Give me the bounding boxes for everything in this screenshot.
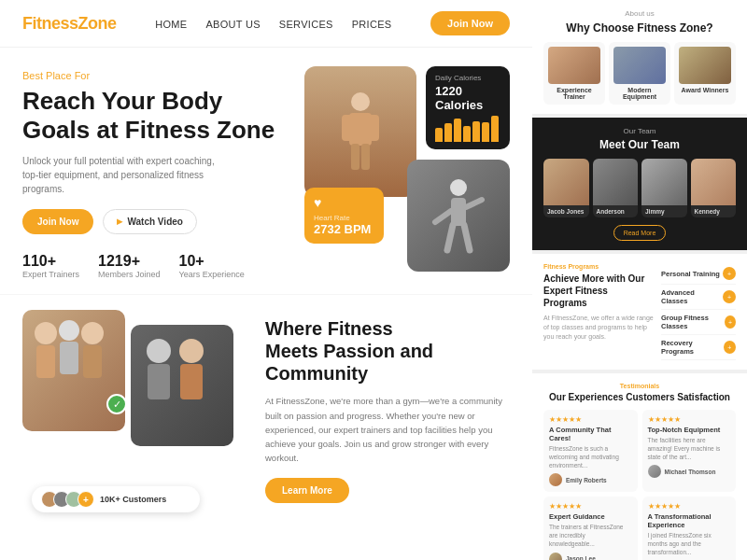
why-card-title-2: Modern Equipment	[613, 87, 666, 100]
hero-section: Best Place For Reach Your Body Goals at …	[0, 48, 532, 294]
learn-more-button[interactable]: Learn More	[265, 478, 349, 503]
review-category-4: A Transformational Experience	[648, 512, 731, 529]
svg-rect-5	[361, 144, 370, 170]
program-arrow-3[interactable]: +	[725, 315, 736, 329]
review-category-2: Top-Notch Equipment	[648, 426, 731, 434]
team-section-label: Our Team	[543, 127, 736, 135]
yoga-person-image	[407, 160, 510, 272]
stars-1: ★★★★★	[549, 415, 632, 424]
calories-chart	[435, 116, 500, 142]
bar-1	[435, 128, 443, 142]
hero-images: Daily Calories 1220 Calories	[304, 66, 510, 272]
yoga-person-icon	[430, 174, 486, 258]
review-author-1: Emily Roberts	[549, 473, 632, 486]
community-image-2	[131, 325, 233, 446]
heart-rate-card: ♥ Heart Rate 2732 BPM	[304, 188, 384, 244]
svg-rect-15	[60, 342, 78, 374]
svg-line-9	[466, 200, 482, 207]
program-arrow-4[interactable]: +	[724, 341, 736, 354]
svg-point-6	[450, 179, 467, 196]
nav-services[interactable]: SERVICES	[279, 19, 333, 30]
team-cards: Jacob Jones Anderson Jimmy Kennedy	[543, 159, 736, 217]
review-avatar-3	[549, 553, 562, 560]
svg-rect-13	[36, 345, 55, 378]
community-section: ✓ + 10K+ Customers	[0, 294, 532, 518]
team-name-1: Jacob Jones	[543, 205, 589, 217]
why-card-img-3	[679, 47, 731, 84]
review-card-4: ★★★★★ A Transformational Experience I jo…	[642, 497, 737, 560]
svg-point-20	[179, 339, 204, 363]
review-card-3: ★★★★★ Expert Guidance The trainers at Fi…	[543, 497, 638, 560]
gym-person-image	[304, 66, 416, 197]
team-image-1	[22, 310, 125, 431]
stars-4: ★★★★★	[648, 502, 731, 511]
avatar-add: +	[78, 491, 94, 508]
program-arrow-2[interactable]: +	[723, 290, 736, 303]
review-text-2: The facilities here are amazing! Every m…	[648, 436, 731, 461]
review-text-3: The trainers at FitnessZone are incredib…	[549, 523, 632, 548]
why-card-3: Award Winners	[674, 42, 736, 105]
why-card-title-1: Experience Trainer	[548, 87, 600, 100]
meet-team-section: Our Team Meet Our Team Jacob Jones Ander…	[532, 118, 747, 250]
review-avatar-2	[648, 465, 661, 478]
programs-description: At FitnessZone, we offer a wide range of…	[543, 314, 654, 341]
svg-rect-3	[368, 115, 379, 141]
gym-group-icon	[131, 325, 224, 437]
community-image-1	[22, 310, 125, 431]
review-author-2: Michael Thomson	[648, 465, 731, 478]
bar-4	[463, 126, 471, 142]
svg-point-14	[59, 320, 79, 341]
hero-join-button[interactable]: Join Now	[22, 209, 93, 234]
stat-trainers: 110+ Expert Trainers	[22, 253, 79, 279]
read-more-button[interactable]: Read More	[613, 225, 667, 241]
hero-content: Best Place For Reach Your Body Goals at …	[22, 66, 289, 279]
testimonials-tag: Testimonials	[543, 383, 736, 389]
program-item-2: Advanced Classes +	[661, 285, 736, 310]
svg-rect-4	[351, 144, 359, 170]
review-card-2: ★★★★★ Top-Notch Equipment The facilities…	[642, 410, 737, 492]
team-group-icon	[22, 310, 116, 422]
svg-point-18	[147, 339, 171, 363]
bar-5	[472, 121, 480, 142]
svg-line-10	[447, 225, 453, 250]
bar-7	[491, 116, 499, 142]
svg-point-0	[351, 92, 370, 111]
why-choose-label: About us	[543, 9, 736, 18]
programs-left: Fitness Programs Achieve More with Our E…	[543, 263, 654, 360]
programs-section: Fitness Programs Achieve More with Our E…	[532, 254, 747, 370]
nav-home[interactable]: HOME	[155, 19, 187, 30]
team-card-3: Jimmy	[641, 159, 687, 217]
stars-3: ★★★★★	[549, 502, 632, 511]
review-avatar-1	[549, 473, 562, 486]
why-card-2: Modern Equipment	[609, 42, 670, 105]
team-img-1	[543, 159, 589, 205]
review-text-1: FitnessZone is such a welcoming and moti…	[549, 444, 632, 469]
team-img-4	[691, 159, 737, 205]
community-images: ✓ + 10K+ Customers	[22, 310, 247, 503]
nav-about[interactable]: ABOUT US	[205, 19, 260, 30]
stat-members: 1219+ Members Joined	[98, 253, 161, 279]
team-card-1: Jacob Jones	[543, 159, 589, 217]
navbar-join-button[interactable]: Join Now	[430, 11, 510, 35]
hero-watch-button[interactable]: Watch Video	[103, 209, 196, 234]
svg-line-11	[464, 225, 470, 250]
bar-3	[454, 119, 461, 142]
programs-tag: Fitness Programs	[543, 263, 654, 270]
svg-rect-17	[83, 345, 102, 378]
navbar: FitnessZone HOME ABOUT US SERVICES PRICE…	[0, 0, 532, 48]
program-item-4: Recovery Programs +	[661, 335, 736, 360]
stat-experience: 10+ Years Experience	[179, 253, 245, 279]
logo: FitnessZone	[22, 14, 117, 34]
why-card-img-2	[613, 47, 666, 84]
review-card-1: ★★★★★ A Community That Cares! FitnessZon…	[543, 410, 638, 492]
svg-rect-2	[342, 115, 353, 141]
review-author-3: Jason Lee	[549, 553, 632, 560]
testimonials-title: Our Experiences Customers Satisfaction	[543, 392, 736, 402]
gym-person-icon	[332, 85, 388, 178]
team-name-3: Jimmy	[641, 205, 687, 217]
svg-point-16	[81, 322, 104, 344]
nav-prices[interactable]: PRICES	[352, 19, 392, 30]
program-arrow-1[interactable]: +	[723, 267, 736, 280]
svg-rect-21	[180, 364, 203, 399]
review-category-3: Expert Guidance	[549, 512, 632, 521]
